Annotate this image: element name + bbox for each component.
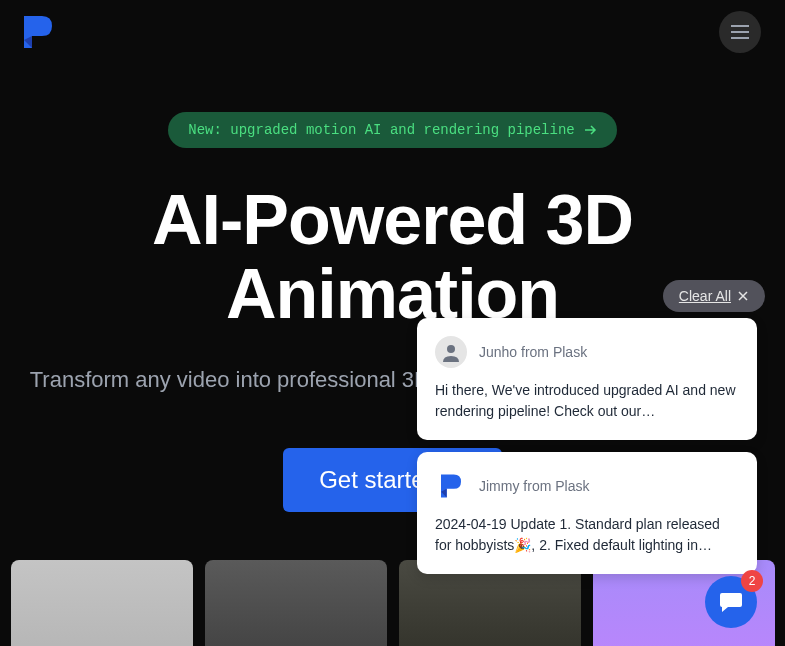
chat-badge: 2	[741, 570, 763, 592]
avatar	[435, 336, 467, 368]
chat-icon	[718, 589, 744, 615]
clear-all-button[interactable]: Clear All	[663, 280, 765, 312]
arrow-right-icon	[583, 123, 597, 137]
new-badge[interactable]: New: upgraded motion AI and rendering pi…	[168, 112, 616, 148]
clear-all-label: Clear All	[679, 288, 731, 304]
notification-from: Jimmy from Plask	[479, 478, 589, 494]
notification-header: Junho from Plask	[435, 336, 739, 368]
avatar	[435, 470, 467, 502]
person-icon	[441, 342, 461, 362]
thumbnail-item[interactable]	[205, 560, 387, 646]
svg-rect-0	[731, 25, 749, 27]
notification-card[interactable]: Jimmy from Plask 2024-04-19 Update 1. St…	[417, 452, 757, 574]
plask-logo	[24, 16, 52, 48]
thumbnail-item[interactable]	[11, 560, 193, 646]
notification-card[interactable]: Junho from Plask Hi there, We've introdu…	[417, 318, 757, 440]
hamburger-icon	[731, 25, 749, 39]
plask-logo-icon	[441, 474, 461, 498]
notification-from: Junho from Plask	[479, 344, 587, 360]
svg-rect-2	[731, 37, 749, 39]
notifications-panel: Junho from Plask Hi there, We've introdu…	[417, 318, 757, 574]
menu-button[interactable]	[719, 11, 761, 53]
new-badge-label: New: upgraded motion AI and rendering pi…	[188, 122, 574, 138]
notification-body: Hi there, We've introduced upgraded AI a…	[435, 380, 739, 422]
svg-point-3	[447, 345, 455, 353]
chat-button[interactable]: 2	[705, 576, 757, 628]
svg-rect-1	[731, 31, 749, 33]
header	[0, 0, 785, 64]
hero-title: AI-Powered 3D Animation	[152, 184, 633, 331]
close-icon	[737, 290, 749, 302]
notification-header: Jimmy from Plask	[435, 470, 739, 502]
notification-body: 2024-04-19 Update 1. Standard plan relea…	[435, 514, 739, 556]
